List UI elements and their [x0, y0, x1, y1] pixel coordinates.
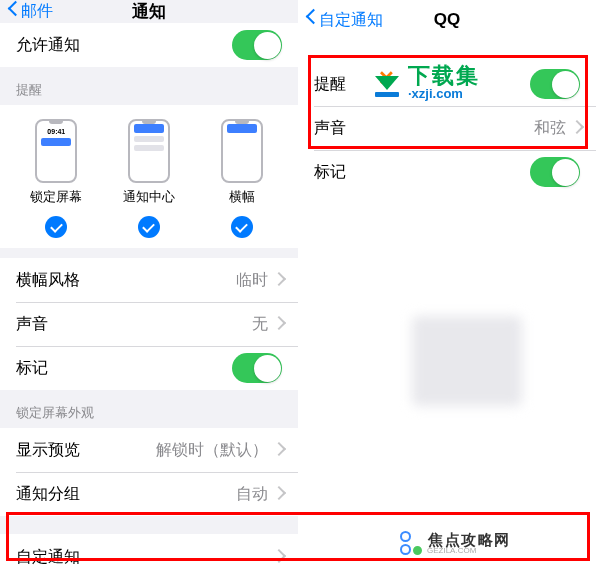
banner-style-row[interactable]: 横幅风格 临时 — [0, 258, 298, 302]
chevron-right-icon — [274, 274, 282, 287]
blurred-region — [412, 316, 522, 406]
grouping-label: 通知分组 — [16, 484, 80, 505]
banner-style-label: 横幅风格 — [16, 270, 80, 291]
alert-style-banner[interactable]: 横幅 — [196, 119, 288, 206]
chevron-left-icon — [306, 11, 317, 29]
check-icon[interactable] — [45, 216, 67, 238]
back-button[interactable]: 自定通知 — [306, 10, 383, 31]
allow-notifications-label: 允许通知 — [16, 35, 80, 56]
chevron-right-icon — [274, 551, 282, 564]
sound-label: 声音 — [16, 314, 48, 335]
back-label: 自定通知 — [319, 10, 383, 31]
badge-row[interactable]: 标记 — [298, 150, 596, 194]
badge-label: 标记 — [314, 162, 346, 183]
phone-icon — [221, 119, 263, 183]
chevron-left-icon — [8, 3, 19, 21]
alert-style-lock-screen[interactable]: 09:41 锁定屏幕 — [10, 119, 102, 206]
chevron-right-icon — [572, 122, 580, 135]
allow-notifications-toggle[interactable] — [232, 30, 282, 60]
show-previews-row[interactable]: 显示预览 解锁时（默认） — [0, 428, 298, 472]
section-lockscreen: 锁定屏幕外观 — [0, 390, 298, 428]
page-title: QQ — [434, 10, 460, 30]
phone-icon — [128, 119, 170, 183]
chevron-right-icon — [274, 318, 282, 331]
customize-label: 自定通知 — [16, 547, 80, 568]
nav-bar: 自定通知 QQ — [298, 0, 596, 40]
nav-bar: 邮件 通知 — [0, 0, 298, 23]
allow-notifications-row[interactable]: 允许通知 — [0, 23, 298, 67]
check-icon[interactable] — [231, 216, 253, 238]
chevron-right-icon — [274, 444, 282, 457]
sound-row[interactable]: 声音 无 — [0, 302, 298, 346]
show-previews-label: 显示预览 — [16, 440, 80, 461]
customize-notifications-row[interactable]: 自定通知 — [0, 534, 298, 575]
check-icon[interactable] — [138, 216, 160, 238]
page-title: 通知 — [132, 0, 166, 23]
sound-row[interactable]: 声音 和弦 — [298, 106, 596, 150]
notification-grouping-row[interactable]: 通知分组 自动 — [0, 472, 298, 516]
reminder-toggle[interactable] — [530, 69, 580, 99]
sound-label: 声音 — [314, 118, 346, 139]
download-icon: ✕ — [370, 66, 404, 100]
alert-style-notification-center[interactable]: 通知中心 — [103, 119, 195, 206]
chevron-right-icon — [274, 488, 282, 501]
phone-icon: 09:41 — [35, 119, 77, 183]
badge-row[interactable]: 标记 — [0, 346, 298, 390]
watermark-xzji: ✕ 下载集 ·xzji.com — [370, 65, 480, 100]
badge-toggle[interactable] — [232, 353, 282, 383]
section-reminders: 提醒 — [0, 67, 298, 105]
badge-label: 标记 — [16, 358, 48, 379]
back-button[interactable]: 邮件 — [8, 1, 53, 22]
back-label: 邮件 — [21, 1, 53, 22]
badge-toggle[interactable] — [530, 157, 580, 187]
left-pane: 邮件 通知 允许通知 提醒 09:41 锁定屏幕 — [0, 0, 298, 575]
logo-icon — [400, 531, 422, 555]
reminder-label: 提醒 — [314, 74, 346, 95]
alert-styles-group: 09:41 锁定屏幕 通知中心 — [0, 105, 298, 248]
watermark-gezila: 焦点攻略网 GEZILA.COM — [400, 531, 511, 555]
